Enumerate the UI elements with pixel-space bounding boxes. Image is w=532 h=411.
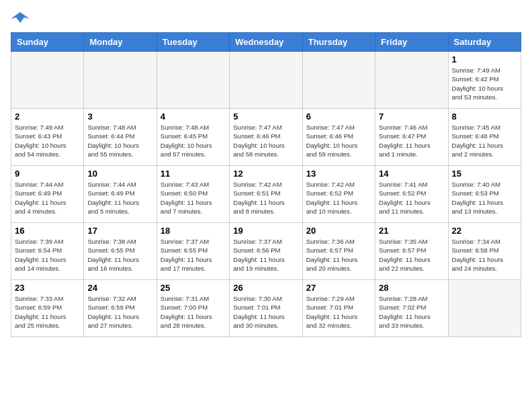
calendar-cell: 14Sunrise: 7:41 AM Sunset: 6:52 PM Dayli…: [375, 166, 448, 223]
day-info: Sunrise: 7:40 AM Sunset: 6:53 PM Dayligh…: [452, 180, 517, 216]
calendar-cell: 1Sunrise: 7:49 AM Sunset: 6:42 PM Daylig…: [448, 52, 521, 109]
calendar-week-5: 23Sunrise: 7:33 AM Sunset: 6:59 PM Dayli…: [11, 280, 521, 337]
calendar-header-sunday: Sunday: [11, 33, 84, 52]
day-number: 3: [87, 111, 152, 122]
day-info: Sunrise: 7:36 AM Sunset: 6:57 PM Dayligh…: [306, 237, 371, 273]
calendar-week-3: 9Sunrise: 7:44 AM Sunset: 6:49 PM Daylig…: [11, 166, 521, 223]
day-number: 12: [233, 169, 298, 179]
day-number: 5: [233, 111, 298, 122]
calendar-cell: 27Sunrise: 7:29 AM Sunset: 7:01 PM Dayli…: [302, 280, 375, 337]
day-number: 14: [379, 169, 444, 179]
day-number: 8: [452, 111, 517, 122]
calendar-header-thursday: Thursday: [302, 33, 375, 52]
day-info: Sunrise: 7:42 AM Sunset: 6:51 PM Dayligh…: [233, 180, 298, 216]
day-number: 18: [161, 226, 226, 236]
day-number: 20: [306, 226, 371, 236]
day-number: 1: [452, 54, 517, 64]
calendar-header-row: SundayMondayTuesdayWednesdayThursdayFrid…: [11, 33, 521, 52]
calendar-week-1: 1Sunrise: 7:49 AM Sunset: 6:42 PM Daylig…: [11, 52, 521, 109]
day-number: 10: [87, 169, 152, 179]
calendar-cell: 11Sunrise: 7:43 AM Sunset: 6:50 PM Dayli…: [157, 166, 229, 223]
day-info: Sunrise: 7:48 AM Sunset: 6:45 PM Dayligh…: [161, 123, 226, 158]
calendar-cell: 16Sunrise: 7:39 AM Sunset: 6:54 PM Dayli…: [11, 223, 84, 280]
logo-icon: [11, 11, 30, 27]
day-info: Sunrise: 7:30 AM Sunset: 7:01 PM Dayligh…: [233, 294, 298, 330]
day-number: 9: [15, 169, 80, 179]
day-number: 13: [306, 169, 371, 179]
day-number: 6: [306, 111, 371, 122]
calendar-week-4: 16Sunrise: 7:39 AM Sunset: 6:54 PM Dayli…: [11, 223, 521, 280]
day-info: Sunrise: 7:39 AM Sunset: 6:54 PM Dayligh…: [15, 237, 80, 273]
calendar-cell: 21Sunrise: 7:35 AM Sunset: 6:57 PM Dayli…: [375, 223, 448, 280]
day-info: Sunrise: 7:46 AM Sunset: 6:47 PM Dayligh…: [379, 123, 444, 158]
calendar-cell: 23Sunrise: 7:33 AM Sunset: 6:59 PM Dayli…: [11, 280, 84, 337]
day-number: 24: [87, 283, 152, 293]
day-number: 4: [161, 111, 226, 122]
page-header: [11, 11, 521, 27]
calendar-cell: 7Sunrise: 7:46 AM Sunset: 6:47 PM Daylig…: [375, 109, 448, 166]
day-info: Sunrise: 7:28 AM Sunset: 7:02 PM Dayligh…: [379, 294, 444, 330]
day-info: Sunrise: 7:41 AM Sunset: 6:52 PM Dayligh…: [379, 180, 444, 216]
calendar-cell: 26Sunrise: 7:30 AM Sunset: 7:01 PM Dayli…: [230, 280, 302, 337]
day-number: 27: [306, 283, 371, 293]
calendar-header-tuesday: Tuesday: [157, 33, 229, 52]
calendar-cell: 13Sunrise: 7:42 AM Sunset: 6:52 PM Dayli…: [302, 166, 375, 223]
day-info: Sunrise: 7:43 AM Sunset: 6:50 PM Dayligh…: [161, 180, 226, 216]
day-info: Sunrise: 7:35 AM Sunset: 6:57 PM Dayligh…: [379, 237, 444, 273]
day-info: Sunrise: 7:48 AM Sunset: 6:44 PM Dayligh…: [87, 123, 152, 158]
day-number: 21: [379, 226, 444, 236]
day-info: Sunrise: 7:37 AM Sunset: 6:55 PM Dayligh…: [161, 237, 226, 273]
calendar-cell: 4Sunrise: 7:48 AM Sunset: 6:45 PM Daylig…: [157, 109, 229, 166]
day-info: Sunrise: 7:38 AM Sunset: 6:55 PM Dayligh…: [87, 237, 152, 273]
calendar-cell: [230, 52, 302, 109]
day-number: 7: [379, 111, 444, 122]
calendar-week-2: 2Sunrise: 7:49 AM Sunset: 6:43 PM Daylig…: [11, 109, 521, 166]
logo: [11, 11, 32, 27]
calendar-cell: 28Sunrise: 7:28 AM Sunset: 7:02 PM Dayli…: [375, 280, 448, 337]
day-number: 26: [233, 283, 298, 293]
day-info: Sunrise: 7:49 AM Sunset: 6:43 PM Dayligh…: [15, 123, 80, 158]
day-info: Sunrise: 7:44 AM Sunset: 6:49 PM Dayligh…: [87, 180, 152, 216]
day-number: 16: [15, 226, 80, 236]
day-info: Sunrise: 7:49 AM Sunset: 6:42 PM Dayligh…: [452, 66, 517, 101]
calendar-cell: [84, 52, 157, 109]
svg-marker-0: [11, 12, 30, 23]
calendar-cell: 15Sunrise: 7:40 AM Sunset: 6:53 PM Dayli…: [448, 166, 521, 223]
day-number: 15: [452, 169, 517, 179]
calendar-header-wednesday: Wednesday: [230, 33, 302, 52]
calendar-cell: 9Sunrise: 7:44 AM Sunset: 6:49 PM Daylig…: [11, 166, 84, 223]
day-number: 2: [15, 111, 80, 122]
calendar: SundayMondayTuesdayWednesdayThursdayFrid…: [11, 32, 521, 337]
day-info: Sunrise: 7:47 AM Sunset: 6:46 PM Dayligh…: [306, 123, 371, 158]
calendar-cell: [448, 280, 521, 337]
calendar-cell: [157, 52, 229, 109]
calendar-header-saturday: Saturday: [448, 33, 521, 52]
day-number: 19: [233, 226, 298, 236]
day-info: Sunrise: 7:44 AM Sunset: 6:49 PM Dayligh…: [15, 180, 80, 216]
calendar-header-friday: Friday: [375, 33, 448, 52]
calendar-cell: 24Sunrise: 7:32 AM Sunset: 6:59 PM Dayli…: [84, 280, 157, 337]
calendar-header-monday: Monday: [84, 33, 157, 52]
calendar-cell: 19Sunrise: 7:37 AM Sunset: 6:56 PM Dayli…: [230, 223, 302, 280]
calendar-cell: 22Sunrise: 7:34 AM Sunset: 6:58 PM Dayli…: [448, 223, 521, 280]
day-info: Sunrise: 7:42 AM Sunset: 6:52 PM Dayligh…: [306, 180, 371, 216]
calendar-cell: 5Sunrise: 7:47 AM Sunset: 6:46 PM Daylig…: [230, 109, 302, 166]
calendar-cell: [302, 52, 375, 109]
day-info: Sunrise: 7:34 AM Sunset: 6:58 PM Dayligh…: [452, 237, 517, 273]
calendar-cell: 6Sunrise: 7:47 AM Sunset: 6:46 PM Daylig…: [302, 109, 375, 166]
calendar-cell: 25Sunrise: 7:31 AM Sunset: 7:00 PM Dayli…: [157, 280, 229, 337]
calendar-cell: 17Sunrise: 7:38 AM Sunset: 6:55 PM Dayli…: [84, 223, 157, 280]
day-info: Sunrise: 7:32 AM Sunset: 6:59 PM Dayligh…: [87, 294, 152, 330]
day-number: 25: [161, 283, 226, 293]
day-number: 17: [87, 226, 152, 236]
calendar-cell: 10Sunrise: 7:44 AM Sunset: 6:49 PM Dayli…: [84, 166, 157, 223]
calendar-cell: [11, 52, 84, 109]
calendar-cell: 3Sunrise: 7:48 AM Sunset: 6:44 PM Daylig…: [84, 109, 157, 166]
day-number: 23: [15, 283, 80, 293]
calendar-cell: 2Sunrise: 7:49 AM Sunset: 6:43 PM Daylig…: [11, 109, 84, 166]
day-info: Sunrise: 7:29 AM Sunset: 7:01 PM Dayligh…: [306, 294, 371, 330]
day-info: Sunrise: 7:45 AM Sunset: 6:48 PM Dayligh…: [452, 123, 517, 158]
day-info: Sunrise: 7:47 AM Sunset: 6:46 PM Dayligh…: [233, 123, 298, 158]
day-number: 11: [161, 169, 226, 179]
day-info: Sunrise: 7:31 AM Sunset: 7:00 PM Dayligh…: [161, 294, 226, 330]
